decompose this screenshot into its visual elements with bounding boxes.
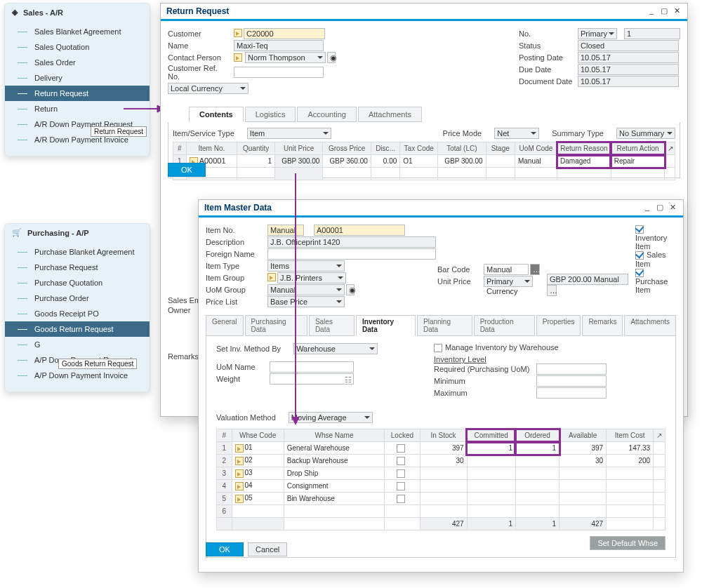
maximize-icon[interactable]: ▢ xyxy=(655,203,665,213)
col-total[interactable]: Total (LC) xyxy=(438,142,486,155)
contact-field[interactable]: Norm Thompson xyxy=(245,52,326,63)
col-cost[interactable]: Item Cost xyxy=(607,429,654,442)
table-row[interactable]: 505Bin Warehouse xyxy=(217,493,665,505)
barcode-more[interactable]: … xyxy=(530,264,540,275)
cell-disc[interactable]: 0.00 xyxy=(371,155,399,168)
ist-field[interactable]: Item xyxy=(247,128,331,139)
type-field[interactable]: Items xyxy=(267,260,345,272)
tab-general[interactable]: General xyxy=(206,315,244,336)
table-row[interactable]: 202Backup Warehouse3030200 xyxy=(217,455,665,467)
col-tax[interactable]: Tax Code xyxy=(400,142,438,155)
tab-properties[interactable]: Properties xyxy=(536,315,581,336)
sum-field[interactable]: No Summary xyxy=(616,128,675,139)
req-field[interactable] xyxy=(536,363,607,375)
link-arrow-icon[interactable] xyxy=(235,444,244,453)
cell-qty[interactable]: 1 xyxy=(237,155,275,168)
chk-locked[interactable] xyxy=(397,444,405,453)
link-arrow-icon[interactable] xyxy=(267,273,276,281)
itemno-mode[interactable]: Manual xyxy=(267,225,304,236)
cell-tax[interactable]: O1 xyxy=(400,155,438,168)
cell-stage[interactable] xyxy=(486,155,515,168)
close-icon[interactable]: ✕ xyxy=(672,6,682,16)
cell-unit[interactable]: GBP 300.00 xyxy=(275,155,323,168)
min-field[interactable] xyxy=(536,375,607,387)
sb-purch-order[interactable]: Purchase Order xyxy=(5,290,150,306)
setinv-field[interactable]: Warehouse xyxy=(293,343,378,354)
chk-sales[interactable] xyxy=(635,251,644,260)
tab-attachments[interactable]: Attachments xyxy=(358,107,422,122)
col-ordered[interactable]: Ordered xyxy=(515,429,559,442)
col-num[interactable]: # xyxy=(217,429,232,442)
sb-delivery[interactable]: Delivery xyxy=(5,70,150,86)
col-gross[interactable]: Gross Price xyxy=(323,142,371,155)
foreign-field[interactable] xyxy=(267,248,436,260)
barcode-field[interactable]: Manual xyxy=(484,264,529,275)
tab-contents[interactable]: Contents xyxy=(189,107,244,122)
tab-production[interactable]: Production Data xyxy=(474,315,535,336)
tab-sales-data[interactable]: Sales Data xyxy=(309,315,355,336)
expand-icon[interactable]: ↗ xyxy=(654,429,665,442)
sb-sales-order[interactable]: Sales Order xyxy=(5,55,150,70)
uomg-field[interactable]: Manual xyxy=(267,284,345,295)
col-unit[interactable]: Unit Price xyxy=(275,142,323,155)
sb-goods-return-request[interactable]: Goods Return Request xyxy=(5,321,150,337)
chk-locked[interactable] xyxy=(397,495,405,503)
weight-field[interactable]: ☷ xyxy=(270,373,354,385)
plist-field[interactable]: Base Price xyxy=(267,296,345,307)
sb-sales-blanket[interactable]: Sales Blanket Agreement xyxy=(5,24,150,39)
tab-logistics[interactable]: Logistics xyxy=(245,107,296,122)
ok-button[interactable]: OK xyxy=(168,163,206,177)
uomg-expand[interactable]: ◉ xyxy=(346,284,355,295)
cell-reason[interactable]: Damaged xyxy=(557,155,611,168)
contact-expand[interactable]: ◉ xyxy=(327,52,336,63)
val-field[interactable]: Moving Average xyxy=(289,412,373,423)
col-committed[interactable]: Committed xyxy=(467,429,515,442)
table-row[interactable]: 404Consignment xyxy=(217,480,665,493)
col-item[interactable]: Item No. xyxy=(186,142,237,155)
chk-manage-inv[interactable] xyxy=(434,344,442,352)
no-series[interactable]: Primary xyxy=(578,28,617,39)
tab-attach[interactable]: Attachments xyxy=(624,315,676,336)
due-field[interactable]: 10.05.17 xyxy=(578,64,679,75)
tab-remarks[interactable]: Remarks xyxy=(582,315,623,336)
link-arrow-icon[interactable] xyxy=(234,29,242,37)
unitprice-value[interactable]: GBP 200.00 Manual xyxy=(547,274,628,285)
col-stage[interactable]: Stage xyxy=(486,142,515,155)
table-row[interactable]: 1 A00001 1 GBP 300.00 GBP 360.00 0.00 O1… xyxy=(173,155,675,168)
currency-dropdown[interactable]: Local Currency xyxy=(168,83,249,94)
col-return-action[interactable]: Return Action xyxy=(611,142,665,155)
ok-button[interactable]: OK xyxy=(206,542,244,556)
cell-action[interactable]: Repair xyxy=(611,155,665,168)
chk-locked[interactable] xyxy=(397,482,405,490)
col-disc[interactable]: Disc... xyxy=(371,142,399,155)
cell-uom[interactable]: Manual xyxy=(515,155,557,168)
unitprice-more[interactable]: … xyxy=(547,285,557,296)
uom-field[interactable] xyxy=(270,361,354,373)
sb-grpo[interactable]: Goods Receipt PO xyxy=(5,306,150,321)
col-uom[interactable]: UoM Code xyxy=(515,142,557,155)
chk-locked[interactable] xyxy=(397,469,405,478)
desc-field[interactable]: J.B. Officeprint 1420 xyxy=(267,236,436,248)
chk-purchase[interactable] xyxy=(635,269,644,277)
sb-purch-quotation[interactable]: Purchase Quotation xyxy=(5,275,150,290)
tab-planning[interactable]: Planning Data xyxy=(417,315,472,336)
pm-field[interactable]: Net xyxy=(494,128,539,139)
col-qty[interactable]: Quantity xyxy=(237,142,275,155)
sb-return-request[interactable]: Return Request xyxy=(5,86,150,101)
expand-icon[interactable]: ↗ xyxy=(665,142,675,155)
rr-titlebar[interactable]: Return Request _ ▢ ✕ xyxy=(161,4,687,21)
imd-titlebar[interactable]: Item Master Data _ ▢ ✕ xyxy=(199,200,683,218)
col-available[interactable]: Available xyxy=(559,429,607,442)
cell-gross[interactable]: GBP 360.00 xyxy=(323,155,371,168)
unitprice-cur[interactable]: Primary Currency xyxy=(484,276,533,287)
sb-purch-request[interactable]: Purchase Request xyxy=(5,260,150,275)
link-arrow-icon[interactable] xyxy=(234,53,242,62)
tab-inventory-data[interactable]: Inventory Data xyxy=(356,315,416,336)
cancel-button[interactable]: Cancel xyxy=(248,542,287,556)
posting-field[interactable]: 10.05.17 xyxy=(578,52,679,63)
table-row[interactable]: 6 xyxy=(217,505,665,518)
chk-inventory[interactable] xyxy=(635,225,644,234)
no-field[interactable]: 1 xyxy=(624,28,680,39)
sb-sales-quotation[interactable]: Sales Quotation xyxy=(5,39,150,55)
col-instock[interactable]: In Stock xyxy=(420,429,467,442)
